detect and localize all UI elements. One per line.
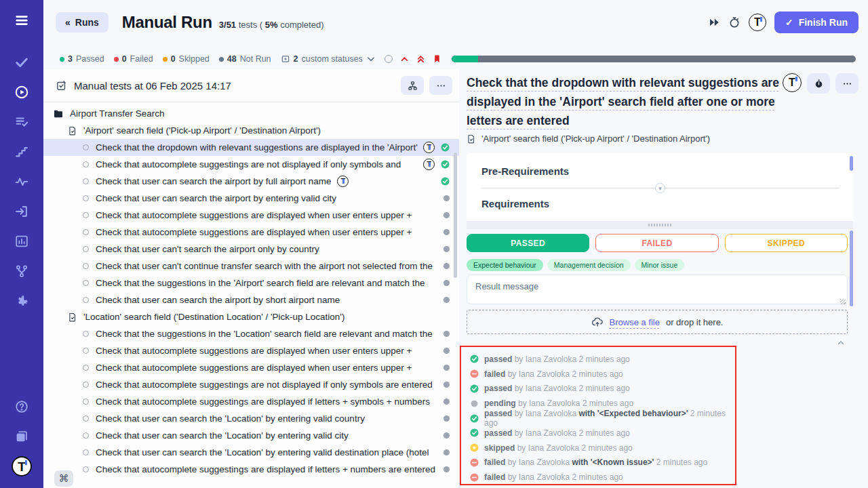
passed-status-icon — [441, 177, 450, 186]
testomat-logo-icon[interactable]: T — [749, 14, 766, 31]
result-tag[interactable]: Management decision — [547, 259, 631, 271]
test-tree-item[interactable]: Check that user can search the airport b… — [43, 291, 459, 308]
sidebar-item-logo[interactable]: T — [8, 453, 35, 480]
result-message-input[interactable] — [467, 274, 848, 304]
passed-status-icon — [470, 384, 479, 393]
result-tag[interactable]: Expected behaviour — [467, 259, 543, 271]
test-tree-item[interactable]: Check that the suggestions in the 'Locat… — [43, 325, 459, 342]
timer-button[interactable] — [807, 73, 830, 94]
test-tree-item[interactable]: Check that autocomplete suggestions are … — [43, 207, 459, 224]
passed-status-icon — [470, 354, 479, 363]
activity-entry: passed by Iana Zavoloka 2 minutes ago — [470, 426, 735, 441]
tree-view-button[interactable] — [401, 76, 424, 95]
collapse-section-icon[interactable] — [837, 339, 845, 347]
sidebar-item-branches[interactable] — [8, 258, 35, 285]
test-tree-item[interactable]: Check that user can't search the airport… — [43, 241, 459, 258]
result-tag[interactable]: Minor issue — [635, 259, 685, 271]
test-tree-item[interactable]: Check that user can search the 'Location… — [43, 427, 459, 444]
test-tree-item[interactable]: Check that user can search the 'Location… — [43, 444, 459, 461]
mark-passed-button[interactable]: PASSED — [467, 234, 589, 252]
sidebar-item-projects[interactable] — [8, 423, 35, 450]
document-icon — [68, 126, 77, 136]
notrun-status-icon — [443, 280, 450, 286]
sidebar-item-settings[interactable] — [8, 287, 35, 314]
browse-file-link[interactable]: Browse a file — [610, 317, 660, 327]
sidebar-item-steps[interactable] — [8, 138, 35, 165]
detail-scrollbar[interactable] — [850, 230, 853, 306]
suite-breadcrumb[interactable]: 'Airport' search field ('Pick-up Airport… — [467, 134, 710, 144]
card-scrollbar[interactable] — [850, 156, 853, 171]
test-state-icon — [83, 365, 89, 371]
sidebar-item-plans[interactable] — [8, 108, 35, 136]
test-state-icon — [83, 399, 89, 405]
plus-square-icon — [281, 54, 290, 64]
dropzone-hint: or drop it here. — [666, 317, 724, 327]
test-title[interactable]: Check that the dropdown with relevant su… — [467, 73, 783, 130]
pending-status-icon — [470, 399, 479, 408]
timer-icon[interactable] — [728, 16, 741, 28]
test-tree-item[interactable]: Check that user can search the airport b… — [43, 190, 459, 207]
resize-grip-icon[interactable] — [840, 299, 846, 304]
priority-double-up-icon[interactable] — [416, 54, 425, 64]
test-tree-item[interactable]: Check that autocomplete suggestions are … — [43, 224, 459, 241]
test-tree-item[interactable]: Check that autocomplete suggestions are … — [43, 359, 459, 376]
test-state-icon — [83, 432, 89, 439]
menu-icon[interactable] — [8, 7, 35, 34]
folder-tree-item[interactable]: Airport Transfer Search — [43, 105, 459, 122]
notrun-status-icon — [443, 212, 450, 218]
testomat-logo-icon[interactable]: T — [783, 73, 802, 92]
test-tree-item[interactable]: Check that user can't continue transfer … — [43, 258, 459, 274]
mark-failed-button[interactable]: FAILED — [595, 234, 718, 252]
failed-status-icon — [470, 473, 479, 482]
status-count-passed[interactable]: 3Passed — [60, 54, 104, 64]
custom-statuses-toggle[interactable]: 2 custom statuses — [281, 54, 376, 64]
notrun-status-icon — [443, 229, 450, 235]
test-tree-item[interactable]: Check that user can search the 'Location… — [43, 410, 459, 427]
more-options-button[interactable] — [429, 76, 452, 95]
file-dropzone[interactable]: Browse a file or drop it here. — [467, 310, 848, 334]
test-tree-item[interactable]: Check that the suggestions in the 'Airpo… — [43, 274, 459, 291]
sidebar-item-analytics[interactable] — [8, 228, 35, 255]
activity-entry: passed by Iana Zavoloka 2 minutes ago — [470, 352, 735, 367]
finish-run-button[interactable]: ✓ Finish Run — [774, 12, 859, 33]
status-count-skipped[interactable]: 0Skipped — [163, 54, 210, 64]
run-progress-bar — [452, 56, 856, 62]
panel-splitter[interactable] — [467, 221, 853, 229]
status-buttons-row: PASSEDFAILEDSKIPPED — [467, 234, 848, 252]
tests-scrollbar[interactable] — [454, 152, 457, 278]
test-tree-item[interactable]: Check that user can search the airport b… — [43, 173, 459, 190]
priority-up-icon[interactable] — [400, 55, 409, 64]
folder-icon — [53, 108, 64, 119]
collapse-toggle-icon[interactable]: ▾ — [655, 183, 665, 193]
fast-forward-icon[interactable] — [708, 16, 720, 28]
test-tree-item[interactable]: Check that autocomplete suggestings are … — [43, 461, 459, 478]
test-tree-item[interactable]: Check that autocomplete suggestings are … — [43, 156, 459, 173]
more-options-button[interactable] — [835, 73, 859, 94]
test-tree-item[interactable]: Check that autocomplete suggestings are … — [43, 393, 459, 410]
test-state-icon — [83, 348, 89, 354]
sidebar-item-import[interactable] — [8, 198, 35, 225]
mark-skipped-button[interactable]: SKIPPED — [725, 234, 848, 252]
bookmark-flag-icon[interactable] — [433, 54, 441, 64]
status-count-failed[interactable]: 0Failed — [114, 54, 153, 64]
notrun-status-icon — [443, 195, 450, 201]
back-to-runs-button[interactable]: « Runs — [56, 12, 108, 33]
notrun-status-icon — [443, 382, 450, 388]
test-tree-item[interactable]: Check that autocomplete suggestions are … — [43, 342, 459, 359]
test-tree-item[interactable]: Check that the dropdown with relevant su… — [43, 139, 459, 156]
sidebar-item-pulse[interactable] — [8, 168, 35, 195]
circle-status-icon[interactable] — [384, 55, 393, 63]
suite-tree-item[interactable]: 'Airport' search field ('Pick-up Airport… — [43, 122, 459, 139]
test-tree-item[interactable]: Check that autocomplete suggestings are … — [43, 376, 459, 393]
pre-requirements-heading: Pre-Requirements — [481, 165, 840, 177]
notrun-status-icon — [443, 263, 450, 269]
sidebar-item-help[interactable] — [8, 393, 35, 420]
test-state-icon — [83, 212, 89, 218]
suite-tree-item[interactable]: 'Location' search field ('Destination Lo… — [43, 308, 459, 325]
test-state-icon — [83, 297, 89, 303]
status-count-not-run[interactable]: 48Not Run — [219, 54, 271, 64]
check-icon: ✓ — [785, 17, 793, 28]
status-dot-icon — [114, 57, 119, 62]
sidebar-item-tests[interactable] — [8, 49, 35, 76]
sidebar-item-runs[interactable] — [8, 79, 35, 106]
